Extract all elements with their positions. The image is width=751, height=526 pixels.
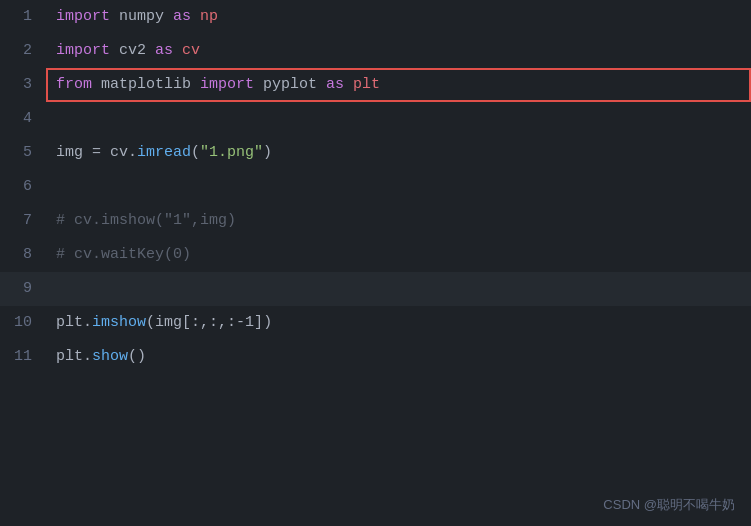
line-content: plt.imshow(img[:,:,:-1]) bbox=[46, 306, 751, 340]
line-number: 10 bbox=[0, 306, 46, 340]
token: plt bbox=[56, 348, 83, 365]
token: ( bbox=[191, 144, 200, 161]
line-number: 9 bbox=[0, 272, 46, 306]
code-line: 1import numpy as np bbox=[0, 0, 751, 34]
token: ) bbox=[263, 314, 272, 331]
line-number: 5 bbox=[0, 136, 46, 170]
token: import bbox=[56, 8, 110, 25]
code-line: 4 bbox=[0, 102, 751, 136]
code-line: 9 bbox=[0, 272, 751, 306]
token: . bbox=[83, 314, 92, 331]
token: pyplot bbox=[254, 76, 326, 93]
token: = bbox=[83, 144, 110, 161]
token: ) bbox=[263, 144, 272, 161]
token: as bbox=[326, 76, 344, 93]
token: :, bbox=[209, 314, 227, 331]
line-number: 1 bbox=[0, 0, 46, 34]
line-content: img = cv.imread("1.png") bbox=[46, 136, 751, 170]
line-content: # cv.imshow("1",img) bbox=[46, 204, 751, 238]
code-line: 10plt.imshow(img[:,:,:-1]) bbox=[0, 306, 751, 340]
token: import bbox=[200, 76, 254, 93]
token: img bbox=[155, 314, 182, 331]
code-line: 2import cv2 as cv bbox=[0, 34, 751, 68]
line-number: 2 bbox=[0, 34, 46, 68]
line-content: from matplotlib import pyplot as plt bbox=[46, 68, 751, 102]
line-number: 6 bbox=[0, 170, 46, 204]
line-content: plt.show() bbox=[46, 340, 751, 374]
token: # cv.waitKey(0) bbox=[56, 246, 191, 263]
token: import bbox=[56, 42, 110, 59]
line-content: import cv2 as cv bbox=[46, 34, 751, 68]
code-line: 5img = cv.imread("1.png") bbox=[0, 136, 751, 170]
token: . bbox=[128, 144, 137, 161]
line-number: 8 bbox=[0, 238, 46, 272]
line-number: 11 bbox=[0, 340, 46, 374]
token: . bbox=[83, 348, 92, 365]
token: plt bbox=[56, 314, 83, 331]
code-line: 7# cv.imshow("1",img) bbox=[0, 204, 751, 238]
token: ( bbox=[146, 314, 155, 331]
token: "1.png" bbox=[200, 144, 263, 161]
token: cv bbox=[173, 42, 200, 59]
token: [:, bbox=[182, 314, 209, 331]
token: cv bbox=[110, 144, 128, 161]
line-number: 7 bbox=[0, 204, 46, 238]
token: from bbox=[56, 76, 92, 93]
token: :-1] bbox=[227, 314, 263, 331]
token: imread bbox=[137, 144, 191, 161]
watermark: CSDN @聪明不喝牛奶 bbox=[603, 496, 735, 514]
token: numpy bbox=[110, 8, 173, 25]
code-line: 11plt.show() bbox=[0, 340, 751, 374]
line-content: import numpy as np bbox=[46, 0, 751, 34]
token: as bbox=[173, 8, 191, 25]
token: plt bbox=[344, 76, 380, 93]
line-number: 4 bbox=[0, 102, 46, 136]
token: img bbox=[56, 144, 83, 161]
line-content: # cv.waitKey(0) bbox=[46, 238, 751, 272]
token: as bbox=[155, 42, 173, 59]
token: cv2 bbox=[110, 42, 155, 59]
token: imshow bbox=[92, 314, 146, 331]
code-line: 6 bbox=[0, 170, 751, 204]
code-editor: 1import numpy as np2import cv2 as cv3fro… bbox=[0, 0, 751, 526]
code-line: 3from matplotlib import pyplot as plt bbox=[0, 68, 751, 102]
token: np bbox=[191, 8, 218, 25]
token: # cv.imshow("1",img) bbox=[56, 212, 236, 229]
token: matplotlib bbox=[92, 76, 200, 93]
line-number: 3 bbox=[0, 68, 46, 102]
code-line: 8# cv.waitKey(0) bbox=[0, 238, 751, 272]
token: () bbox=[128, 348, 146, 365]
token: show bbox=[92, 348, 128, 365]
